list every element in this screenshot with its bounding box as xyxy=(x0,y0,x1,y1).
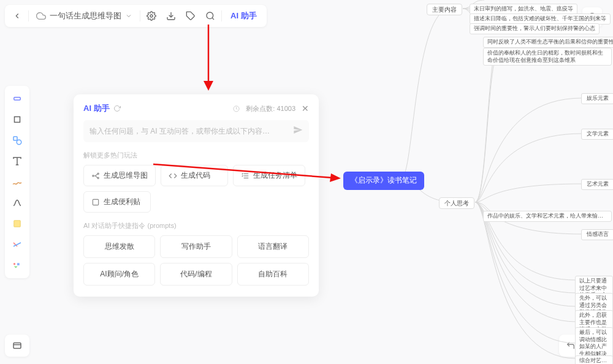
prompt-writing[interactable]: 写作助手 xyxy=(160,235,232,258)
tool-text[interactable] xyxy=(8,152,26,170)
panel-title: AI 助手 xyxy=(83,103,110,114)
svg-point-19 xyxy=(93,175,94,176)
code-icon xyxy=(169,172,177,180)
send-button[interactable] xyxy=(293,125,303,137)
section-label-popular: 解锁更多热门玩法 xyxy=(83,151,309,160)
mindmap-root-node[interactable]: 《启示录》读书笔记 xyxy=(343,172,424,190)
refresh-icon[interactable] xyxy=(113,105,121,112)
ai-prompt-input[interactable] xyxy=(89,127,293,135)
tool-shape[interactable] xyxy=(8,131,26,150)
svg-marker-14 xyxy=(14,267,18,268)
chip-generate-code[interactable]: 生成代码 xyxy=(161,165,228,186)
mindmap-leaf[interactable]: 价值的奉献和人的生日的精彩，数时间损耗和生命价值给现在创意推命至到这条维系 xyxy=(483,48,612,66)
mindmap-category-literature[interactable]: 文学元素 xyxy=(581,129,613,140)
ai-input-row xyxy=(83,120,309,142)
mindmap-canvas[interactable]: 《启示录》读书笔记 主要内容 个人思考 末日审判的描写，如洪水、地震、瘟疫等 描… xyxy=(343,0,613,364)
side-toolbar xyxy=(5,86,29,278)
ai-assistant-panel: AI 助手 剩余点数: 41003 ✕ 解锁更多热门玩法 生成思维导图 生成代码… xyxy=(74,94,319,297)
svg-rect-5 xyxy=(14,97,21,100)
close-panel-button[interactable]: ✕ xyxy=(302,104,309,113)
export-icon xyxy=(166,11,176,21)
mindmap-icon xyxy=(91,172,100,180)
tool-sticky[interactable] xyxy=(8,214,26,233)
layers-icon xyxy=(12,340,23,351)
svg-line-4 xyxy=(212,18,214,20)
tool-draw[interactable] xyxy=(8,173,26,191)
svg-point-21 xyxy=(97,177,99,178)
svg-point-8 xyxy=(17,140,21,145)
export-button[interactable] xyxy=(162,7,180,25)
search-button[interactable] xyxy=(202,7,219,25)
mindmap-leaf[interactable]: 综合对艺术元素同人们紧密结合不 xyxy=(575,355,613,364)
tool-node[interactable] xyxy=(8,89,26,108)
gear-icon xyxy=(147,11,156,21)
layers-button[interactable] xyxy=(5,335,29,357)
mindmap-branch-personal[interactable]: 个人思考 xyxy=(439,197,474,209)
mindmap-category-emotion[interactable]: 情感语言 xyxy=(581,229,613,240)
divider xyxy=(221,10,222,21)
annotation-arrow xyxy=(196,25,221,92)
tool-connector[interactable] xyxy=(8,194,26,212)
svg-marker-27 xyxy=(204,81,213,91)
tool-frame[interactable] xyxy=(8,110,26,129)
tag-button[interactable] xyxy=(182,7,199,25)
svg-point-20 xyxy=(97,173,99,174)
mindmap-category-entertainment[interactable]: 娱乐元素 xyxy=(581,93,613,104)
document-title[interactable]: 一句话生成思维导图 xyxy=(31,10,137,21)
chevron-down-icon xyxy=(125,12,132,20)
document-title-text: 一句话生成思维导图 xyxy=(50,10,121,21)
svg-rect-6 xyxy=(15,117,20,123)
section-label-prompts: AI 对话助手快捷指令 (prompts) xyxy=(83,221,309,230)
chip-generate-sticky[interactable]: 生成便利贴 xyxy=(83,191,151,213)
settings-button[interactable] xyxy=(143,7,160,25)
cloud-icon xyxy=(36,11,46,21)
clock-icon xyxy=(233,105,240,112)
top-toolbar: 一句话生成思维导图 AI 助手 xyxy=(5,5,267,27)
mindmap-leaf[interactable]: 作品中的娱乐、文学和艺术元素，给人带来愉悦的情感体验 xyxy=(483,211,612,222)
mindmap-branch-main[interactable]: 主要内容 xyxy=(427,4,462,15)
checklist-icon xyxy=(241,172,249,180)
prompt-translate[interactable]: 语言翻译 xyxy=(237,235,309,258)
sticky-icon xyxy=(91,198,100,207)
svg-point-12 xyxy=(13,263,15,265)
svg-marker-29 xyxy=(330,173,341,182)
prompt-divergent[interactable]: 思维发散 xyxy=(83,235,155,258)
prompt-encyclopedia[interactable]: 自助百科 xyxy=(237,263,309,286)
mindmap-leaf[interactable]: 同时反映了人类不断生态平衡的后果和信仰的重要性 xyxy=(483,37,613,48)
svg-rect-11 xyxy=(14,221,21,227)
ai-assistant-button[interactable]: AI 助手 xyxy=(224,10,263,21)
svg-point-0 xyxy=(150,15,153,17)
back-button[interactable] xyxy=(9,7,26,25)
search-icon xyxy=(205,11,215,21)
tool-more[interactable] xyxy=(8,256,26,275)
chip-generate-mindmap[interactable]: 生成思维导图 xyxy=(83,165,156,186)
tool-link[interactable] xyxy=(8,235,26,254)
prompt-ai-role[interactable]: AI顾问/角色 xyxy=(83,263,155,286)
mindmap-leaf[interactable]: 强调时间的重要性，警示人们要时刻保持警的心态 xyxy=(470,23,600,34)
svg-rect-15 xyxy=(13,343,21,349)
chip-generate-tasklist[interactable]: 生成任务清单 xyxy=(233,165,305,186)
svg-rect-25 xyxy=(93,199,98,205)
svg-point-3 xyxy=(207,12,213,19)
prompt-code[interactable]: 代码/编程 xyxy=(160,263,232,286)
mindmap-category-art[interactable]: 艺术元素 xyxy=(581,179,613,190)
points-remaining: 剩余点数: 41003 xyxy=(246,104,295,113)
divider xyxy=(140,10,140,21)
tag-icon xyxy=(186,11,196,21)
svg-rect-7 xyxy=(13,137,17,140)
svg-rect-13 xyxy=(17,263,20,265)
divider xyxy=(28,10,29,21)
